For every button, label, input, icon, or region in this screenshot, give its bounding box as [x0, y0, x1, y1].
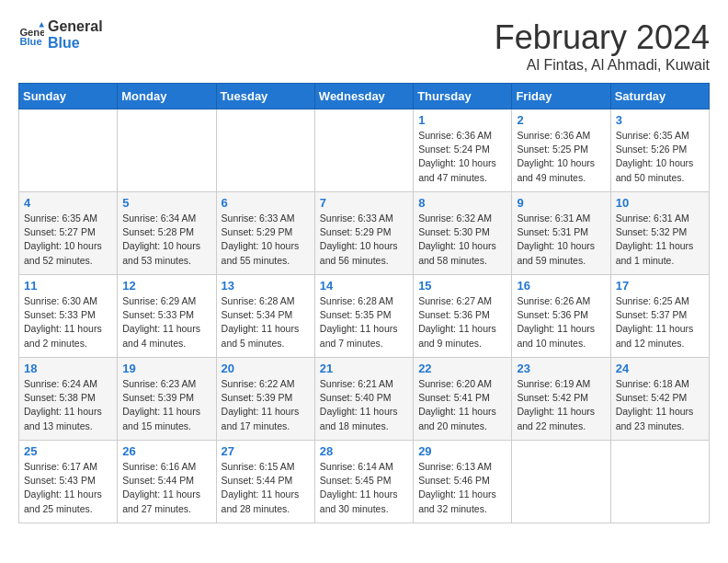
day-info: Sunrise: 6:15 AM Sunset: 5:44 PM Dayligh…: [222, 460, 310, 516]
day-number: 15: [418, 279, 506, 293]
calendar-week-row: 4Sunrise: 6:35 AM Sunset: 5:27 PM Daylig…: [19, 192, 710, 275]
day-info: Sunrise: 6:28 AM Sunset: 5:35 PM Dayligh…: [320, 294, 408, 350]
calendar-cell: 17Sunrise: 6:25 AM Sunset: 5:37 PM Dayli…: [610, 275, 709, 358]
calendar-cell: 7Sunrise: 6:33 AM Sunset: 5:29 PM Daylig…: [314, 192, 413, 275]
location-subtitle: Al Fintas, Al Ahmadi, Kuwait: [495, 57, 710, 74]
day-number: 23: [517, 362, 605, 375]
day-info: Sunrise: 6:21 AM Sunset: 5:40 PM Dayligh…: [320, 377, 408, 433]
calendar-week-row: 18Sunrise: 6:24 AM Sunset: 5:38 PM Dayli…: [19, 358, 710, 441]
day-of-week-header: Thursday: [414, 84, 512, 109]
calendar-cell: 18Sunrise: 6:24 AM Sunset: 5:38 PM Dayli…: [19, 358, 118, 441]
calendar-cell: 6Sunrise: 6:33 AM Sunset: 5:29 PM Daylig…: [216, 192, 314, 275]
day-info: Sunrise: 6:31 AM Sunset: 5:31 PM Dayligh…: [517, 212, 605, 268]
day-number: 19: [122, 362, 210, 375]
calendar-cell: 23Sunrise: 6:19 AM Sunset: 5:42 PM Dayli…: [512, 358, 610, 441]
calendar-cell: 19Sunrise: 6:23 AM Sunset: 5:39 PM Dayli…: [118, 358, 216, 441]
calendar-cell: 13Sunrise: 6:28 AM Sunset: 5:34 PM Dayli…: [216, 275, 314, 358]
day-number: 18: [24, 362, 112, 375]
calendar-cell: 8Sunrise: 6:32 AM Sunset: 5:30 PM Daylig…: [414, 192, 512, 275]
day-of-week-header: Monday: [118, 84, 216, 109]
day-info: Sunrise: 6:33 AM Sunset: 5:29 PM Dayligh…: [222, 212, 310, 268]
calendar-cell: [216, 109, 314, 192]
calendar-week-row: 25Sunrise: 6:17 AM Sunset: 5:43 PM Dayli…: [19, 441, 710, 523]
header: General Blue General Blue February 2024 …: [18, 18, 710, 74]
day-info: Sunrise: 6:35 AM Sunset: 5:27 PM Dayligh…: [24, 212, 112, 268]
day-number: 21: [320, 362, 408, 375]
day-number: 7: [320, 196, 408, 210]
logo-icon: General Blue: [18, 22, 44, 48]
day-number: 10: [616, 196, 704, 210]
day-info: Sunrise: 6:14 AM Sunset: 5:45 PM Dayligh…: [320, 460, 408, 516]
day-number: 1: [418, 113, 506, 127]
day-info: Sunrise: 6:25 AM Sunset: 5:37 PM Dayligh…: [616, 294, 704, 350]
day-number: 3: [616, 113, 704, 127]
calendar-cell: 29Sunrise: 6:13 AM Sunset: 5:46 PM Dayli…: [414, 441, 512, 523]
day-number: 20: [222, 362, 310, 375]
day-info: Sunrise: 6:18 AM Sunset: 5:42 PM Dayligh…: [616, 377, 704, 433]
calendar-cell: 1Sunrise: 6:36 AM Sunset: 5:24 PM Daylig…: [414, 109, 512, 192]
day-number: 2: [517, 113, 605, 127]
day-info: Sunrise: 6:13 AM Sunset: 5:46 PM Dayligh…: [418, 460, 506, 516]
svg-marker-2: [39, 22, 44, 28]
day-info: Sunrise: 6:17 AM Sunset: 5:43 PM Dayligh…: [24, 460, 112, 516]
calendar-cell: 11Sunrise: 6:30 AM Sunset: 5:33 PM Dayli…: [19, 275, 118, 358]
day-info: Sunrise: 6:30 AM Sunset: 5:33 PM Dayligh…: [24, 294, 112, 350]
calendar-cell: 20Sunrise: 6:22 AM Sunset: 5:39 PM Dayli…: [216, 358, 314, 441]
calendar-cell: 5Sunrise: 6:34 AM Sunset: 5:28 PM Daylig…: [118, 192, 216, 275]
logo: General Blue General Blue: [18, 18, 103, 51]
day-number: 9: [517, 196, 605, 210]
day-number: 25: [24, 444, 112, 458]
calendar-cell: 28Sunrise: 6:14 AM Sunset: 5:45 PM Dayli…: [314, 441, 413, 523]
calendar-cell: 15Sunrise: 6:27 AM Sunset: 5:36 PM Dayli…: [414, 275, 512, 358]
day-number: 8: [418, 196, 506, 210]
day-info: Sunrise: 6:26 AM Sunset: 5:36 PM Dayligh…: [517, 294, 605, 350]
day-number: 12: [122, 279, 210, 293]
day-of-week-header: Sunday: [19, 84, 118, 109]
day-number: 6: [222, 196, 310, 210]
calendar-cell: [118, 109, 216, 192]
day-number: 29: [418, 444, 506, 458]
day-info: Sunrise: 6:32 AM Sunset: 5:30 PM Dayligh…: [418, 212, 506, 268]
logo-blue-text: Blue: [48, 35, 103, 52]
day-info: Sunrise: 6:16 AM Sunset: 5:44 PM Dayligh…: [122, 460, 210, 516]
day-info: Sunrise: 6:27 AM Sunset: 5:36 PM Dayligh…: [418, 294, 506, 350]
days-header-row: SundayMondayTuesdayWednesdayThursdayFrid…: [19, 84, 710, 109]
title-area: February 2024 Al Fintas, Al Ahmadi, Kuwa…: [495, 18, 710, 74]
day-number: 26: [122, 444, 210, 458]
day-info: Sunrise: 6:31 AM Sunset: 5:32 PM Dayligh…: [616, 212, 704, 268]
calendar-cell: 12Sunrise: 6:29 AM Sunset: 5:33 PM Dayli…: [118, 275, 216, 358]
day-info: Sunrise: 6:28 AM Sunset: 5:34 PM Dayligh…: [222, 294, 310, 350]
calendar-cell: [512, 441, 610, 523]
day-of-week-header: Tuesday: [216, 84, 314, 109]
day-number: 22: [418, 362, 506, 375]
day-number: 5: [122, 196, 210, 210]
day-info: Sunrise: 6:20 AM Sunset: 5:41 PM Dayligh…: [418, 377, 506, 433]
calendar-cell: 25Sunrise: 6:17 AM Sunset: 5:43 PM Dayli…: [19, 441, 118, 523]
calendar-week-row: 11Sunrise: 6:30 AM Sunset: 5:33 PM Dayli…: [19, 275, 710, 358]
calendar-cell: 16Sunrise: 6:26 AM Sunset: 5:36 PM Dayli…: [512, 275, 610, 358]
svg-text:Blue: Blue: [19, 36, 41, 47]
day-info: Sunrise: 6:35 AM Sunset: 5:26 PM Dayligh…: [616, 129, 704, 185]
day-of-week-header: Wednesday: [314, 84, 413, 109]
day-number: 24: [616, 362, 704, 375]
day-number: 16: [517, 279, 605, 293]
calendar-cell: 24Sunrise: 6:18 AM Sunset: 5:42 PM Dayli…: [610, 358, 709, 441]
calendar-cell: 22Sunrise: 6:20 AM Sunset: 5:41 PM Dayli…: [414, 358, 512, 441]
day-info: Sunrise: 6:36 AM Sunset: 5:24 PM Dayligh…: [418, 129, 506, 185]
calendar-cell: 9Sunrise: 6:31 AM Sunset: 5:31 PM Daylig…: [512, 192, 610, 275]
calendar-cell: 10Sunrise: 6:31 AM Sunset: 5:32 PM Dayli…: [610, 192, 709, 275]
calendar-week-row: 1Sunrise: 6:36 AM Sunset: 5:24 PM Daylig…: [19, 109, 710, 192]
logo-general-text: General: [48, 18, 103, 35]
calendar-cell: 14Sunrise: 6:28 AM Sunset: 5:35 PM Dayli…: [314, 275, 413, 358]
day-number: 28: [320, 444, 408, 458]
day-info: Sunrise: 6:33 AM Sunset: 5:29 PM Dayligh…: [320, 212, 408, 268]
day-number: 17: [616, 279, 704, 293]
day-info: Sunrise: 6:19 AM Sunset: 5:42 PM Dayligh…: [517, 377, 605, 433]
calendar-cell: [610, 441, 709, 523]
day-info: Sunrise: 6:34 AM Sunset: 5:28 PM Dayligh…: [122, 212, 210, 268]
day-info: Sunrise: 6:36 AM Sunset: 5:25 PM Dayligh…: [517, 129, 605, 185]
calendar-cell: 27Sunrise: 6:15 AM Sunset: 5:44 PM Dayli…: [216, 441, 314, 523]
calendar-cell: [19, 109, 118, 192]
day-of-week-header: Friday: [512, 84, 610, 109]
day-number: 27: [222, 444, 310, 458]
